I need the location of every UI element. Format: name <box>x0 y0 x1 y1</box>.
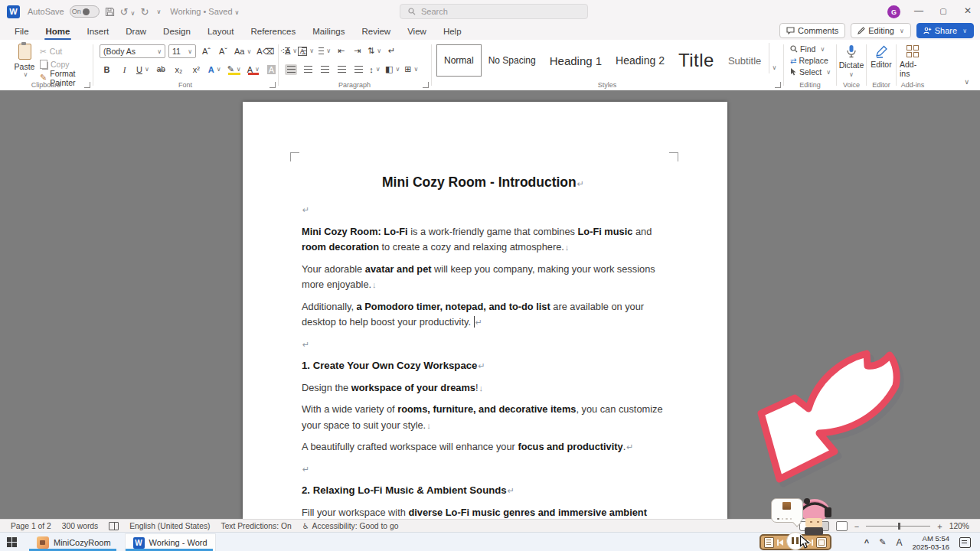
taskbar-app-minicozyroom[interactable]: MiniCozyRoom <box>29 533 119 551</box>
save-icon[interactable] <box>105 7 115 17</box>
page-indicator[interactable]: Page 1 of 2 <box>11 522 51 530</box>
borders-icon[interactable]: ⊞∨ <box>404 64 418 75</box>
undo-icon[interactable]: ↺∨ <box>120 6 136 18</box>
clear-formatting-icon[interactable]: A⌫ <box>256 46 274 57</box>
zoom-level[interactable]: 120% <box>949 522 969 530</box>
bullets-icon[interactable]: ∨ <box>285 46 297 57</box>
qat-more-icon[interactable]: ∨ <box>156 8 161 15</box>
shrink-font-icon[interactable]: Aˇ <box>217 46 229 57</box>
paragraph[interactable]: ↵ <box>302 202 665 218</box>
decrease-indent-icon[interactable]: ⇤ <box>335 45 347 57</box>
comments-button[interactable]: Comments <box>779 23 845 38</box>
avatar[interactable]: G <box>887 5 900 18</box>
line-spacing-icon[interactable]: ↕∨ <box>369 64 381 75</box>
proofing-status[interactable] <box>109 522 119 530</box>
justify-icon[interactable] <box>335 64 348 75</box>
maximize-button[interactable]: ▢ <box>932 0 955 21</box>
align-center-icon[interactable] <box>302 64 314 75</box>
bold-icon[interactable]: B <box>101 64 113 75</box>
close-button[interactable]: ✕ <box>956 0 979 21</box>
style-title[interactable]: Title <box>671 45 721 76</box>
taskbar-clock[interactable]: AM 5:54 2025-03-16 <box>912 534 949 551</box>
align-right-icon[interactable] <box>318 64 331 75</box>
tab-mailings[interactable]: Mailings <box>304 24 353 40</box>
language-indicator[interactable]: English (United States) <box>129 522 210 530</box>
tab-references[interactable]: References <box>242 24 304 40</box>
style-no-spacing[interactable]: No Spacing <box>482 45 543 76</box>
font-color-icon[interactable]: A∨ <box>247 64 260 75</box>
find-button[interactable]: Find∨ <box>790 44 831 54</box>
text-predictions[interactable]: Text Predictions: On <box>221 522 292 530</box>
paragraph[interactable]: With a wide variety of rooms, furniture,… <box>302 402 665 433</box>
zoom-in-button[interactable]: + <box>937 522 942 531</box>
select-button[interactable]: Select∨ <box>790 67 831 77</box>
redo-icon[interactable]: ↻ <box>140 6 149 18</box>
tab-home[interactable]: Home <box>38 24 79 40</box>
tab-layout[interactable]: Layout <box>199 24 243 40</box>
paragraph[interactable]: Additionally, a Pomodoro timer, notepad,… <box>302 299 665 331</box>
style-subtitle[interactable]: Subtitle <box>721 45 768 76</box>
search-input[interactable]: Search <box>400 4 588 19</box>
paragraph[interactable]: A beautifully crafted workspace will enh… <box>302 439 665 455</box>
document-status[interactable]: Working • Saved∨ <box>170 7 239 16</box>
underline-icon[interactable]: U∨ <box>136 64 149 75</box>
notification-center-icon[interactable] <box>959 537 971 548</box>
word-count[interactable]: 300 words <box>62 522 99 530</box>
paragraph[interactable]: 1. Create Your Own Cozy Workspace↵ <box>302 358 665 374</box>
superscript-icon[interactable]: x² <box>191 64 202 75</box>
strikethrough-icon[interactable]: ab <box>155 64 167 75</box>
playlist-button[interactable] <box>764 537 774 548</box>
styles-dialog-launcher[interactable] <box>775 82 781 88</box>
word-logo-icon[interactable]: W <box>7 5 20 18</box>
zoom-slider[interactable] <box>866 526 930 527</box>
pen-input-icon[interactable]: ✎ <box>879 537 886 547</box>
subscript-icon[interactable]: x₂ <box>173 64 185 75</box>
tab-file[interactable]: File <box>6 24 38 40</box>
minimize-button[interactable]: — <box>907 0 930 21</box>
clipboard-dialog-launcher[interactable] <box>84 82 90 88</box>
accessibility-status[interactable]: ♿Accessibility: Good to go <box>302 522 399 530</box>
editing-mode-button[interactable]: Editing∨ <box>851 23 911 38</box>
font-size-select[interactable]: 11∨ <box>168 44 196 58</box>
shading-icon[interactable]: ◧∨ <box>385 64 400 75</box>
font-dialog-launcher[interactable] <box>270 82 276 88</box>
tab-view[interactable]: View <box>399 24 435 40</box>
paragraph[interactable]: 2. Relaxing Lo-Fi Music & Ambient Sounds… <box>302 483 665 499</box>
italic-icon[interactable]: I <box>119 64 130 75</box>
change-case-icon[interactable]: Aa∨ <box>234 46 251 57</box>
replace-button[interactable]: ⇄ Replace <box>790 56 831 65</box>
zoom-slider-thumb[interactable] <box>898 523 900 530</box>
tab-design[interactable]: Design <box>155 24 199 40</box>
paste-button[interactable]: Paste∨ <box>11 44 38 86</box>
highlight-icon[interactable]: ✎∨ <box>227 64 241 75</box>
tray-chevron-icon[interactable]: ^ <box>864 538 869 547</box>
web-layout-button[interactable] <box>836 521 848 531</box>
sort-icon[interactable]: ⇅∨ <box>368 45 381 57</box>
ime-indicator[interactable]: A <box>896 537 902 548</box>
zoom-out-button[interactable]: − <box>854 522 859 531</box>
font-family-select[interactable]: (Body As∨ <box>100 44 165 58</box>
paragraph[interactable]: Mini Cozy Room: Lo-Fi is a work-friendly… <box>302 224 665 256</box>
grow-font-icon[interactable]: Aˆ <box>201 46 212 57</box>
style-heading-2[interactable]: Heading 2 <box>609 45 671 76</box>
paragraph[interactable]: ↵ <box>302 337 665 353</box>
tab-review[interactable]: Review <box>353 24 399 40</box>
share-button[interactable]: Share∨ <box>916 23 974 38</box>
expand-button[interactable] <box>816 537 827 548</box>
dictate-button[interactable]: Dictate∨ <box>839 44 864 78</box>
previous-track-button[interactable] <box>777 540 783 546</box>
paragraph[interactable]: Your adorable avatar and pet will keep y… <box>302 262 665 293</box>
show-marks-icon[interactable]: ↵ <box>386 45 397 57</box>
cut-button[interactable]: ✂Cut <box>40 45 92 57</box>
multilevel-list-icon[interactable]: ∨ <box>318 46 331 57</box>
tab-help[interactable]: Help <box>435 24 470 40</box>
style-normal[interactable]: Normal <box>436 44 482 77</box>
numbering-icon[interactable]: ∨ <box>302 46 314 57</box>
increase-indent-icon[interactable]: ⇥ <box>351 45 363 57</box>
document-page[interactable]: Mini Cozy Room - Introduction↵↵Mini Cozy… <box>243 102 727 519</box>
collapse-ribbon-icon[interactable]: ∨ <box>964 78 969 86</box>
distribute-icon[interactable] <box>352 64 364 75</box>
style-heading-1[interactable]: Heading 1 <box>543 45 609 76</box>
addins-button[interactable]: Add-ins <box>900 45 926 78</box>
tab-draw[interactable]: Draw <box>117 24 155 40</box>
